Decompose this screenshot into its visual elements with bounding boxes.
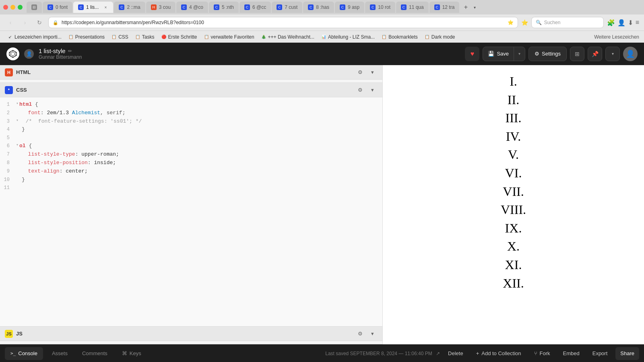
share-button[interactable]: Share xyxy=(615,347,639,360)
tab-4[interactable]: H 3 cou xyxy=(146,2,175,13)
forward-button[interactable]: › xyxy=(19,17,31,28)
keys-tab[interactable]: ⌘ Keys xyxy=(116,347,147,360)
settings-button[interactable]: ⚙ Settings xyxy=(528,47,567,61)
html-settings-button[interactable]: ⚙ xyxy=(355,67,365,78)
extensions-icon[interactable]: 🧩 xyxy=(607,19,615,27)
pen-user-avatar-small: 👤 xyxy=(24,49,34,59)
code-line-1: 1 ▾ html { xyxy=(0,101,382,109)
more-button[interactable]: ▾ xyxy=(605,47,620,61)
bookmark-verwaltete-label: verwaltete Favoriten xyxy=(211,34,254,40)
css-panel-actions: ⚙ ▾ xyxy=(355,85,378,95)
bookmark-christmas-label: +++ Das Weihnacht... xyxy=(268,34,315,40)
heart-button[interactable]: ♥ xyxy=(465,47,479,61)
line-content-7: list-style-type: upper-roman; xyxy=(22,150,382,159)
tab-6[interactable]: C 5 :nth xyxy=(209,2,239,13)
bookmark-bookmarklets[interactable]: 📋 Bookmarklets xyxy=(379,33,420,41)
maximize-button[interactable] xyxy=(18,5,23,10)
css-code-editor[interactable]: 1 ▾ html { 2 font: 2em/1.3 Alchemist, se… xyxy=(0,97,382,326)
tab-13-icon: C xyxy=(434,4,440,10)
menu-icon[interactable]: ≡ xyxy=(636,19,639,27)
tab-12[interactable]: C 11 qua xyxy=(396,2,429,13)
preview-area: I. II. III. IV. V. VI. VII. VIII. IX. X.… xyxy=(382,65,644,344)
numeral-2: II. xyxy=(501,92,526,109)
pin-button[interactable]: 📌 xyxy=(588,47,602,61)
export-button[interactable]: Export xyxy=(588,347,613,360)
bookmark-import-icon: ↙ xyxy=(7,34,13,40)
bookmark-erste[interactable]: 🔴 Erste Schritte xyxy=(159,33,200,41)
add-to-collection-button[interactable]: + Add to Collection xyxy=(471,347,526,360)
numeral-3: III. xyxy=(501,110,526,127)
external-link-icon[interactable]: ↗ xyxy=(436,351,440,356)
bookmark-darkmode[interactable]: 📋 Dark mode xyxy=(422,33,458,41)
js-collapse-button[interactable]: ▾ xyxy=(367,329,378,339)
bookmark-abteilung[interactable]: 📊 Abteilung - LIZ Sma... xyxy=(318,33,377,41)
share-url-icon[interactable]: ⭐ xyxy=(508,20,514,25)
save-main[interactable]: 💾 Save xyxy=(483,47,514,61)
js-settings-button[interactable]: ⚙ xyxy=(355,329,365,339)
tab-9-label: 8 :has xyxy=(316,4,329,10)
css-panel-header: * CSS ⚙ ▾ xyxy=(0,83,382,97)
tab-2-icon: C xyxy=(78,4,84,10)
console-tab[interactable]: >_ Console xyxy=(5,347,43,360)
save-button[interactable]: 💾 Save ▾ xyxy=(483,47,525,61)
tab-overflow-button[interactable]: ▾ xyxy=(474,5,476,10)
save-chevron[interactable]: ▾ xyxy=(514,47,525,61)
css-settings-button[interactable]: ⚙ xyxy=(355,85,365,95)
view-layout-button[interactable]: ⊞ xyxy=(570,47,584,61)
bookmark-tasks[interactable]: 📋 Tasks xyxy=(132,33,157,41)
minimize-button[interactable] xyxy=(10,5,15,10)
codepen-logo[interactable] xyxy=(6,47,19,60)
fold-arrow-1[interactable]: ▾ xyxy=(16,101,19,107)
fork-button[interactable]: ⑂ Fork xyxy=(529,347,555,360)
tab-5-icon: C xyxy=(181,4,187,10)
bookmark-css[interactable]: 📋 CSS xyxy=(109,33,131,41)
tab-11[interactable]: C 10 rot xyxy=(365,2,395,13)
tab-2-label: 1 lis... xyxy=(86,4,99,10)
comments-tab[interactable]: Comments xyxy=(76,347,113,360)
reload-button[interactable]: ↻ xyxy=(34,17,45,28)
bookmark-import[interactable]: ↙ Lesezeichen importi... xyxy=(5,33,64,41)
fold-arrow-3[interactable]: ▾ xyxy=(16,117,19,124)
bookmark-presentations[interactable]: 📋 Presentations xyxy=(66,33,107,41)
tab-3-icon: C xyxy=(119,4,124,10)
back-button[interactable]: ‹ xyxy=(5,17,16,28)
share-label: Share xyxy=(620,350,634,356)
profile-icon[interactable]: 👤 xyxy=(617,19,625,27)
tab-5[interactable]: C 4 @co xyxy=(176,2,208,13)
fold-arrow-6[interactable]: ▾ xyxy=(16,142,19,148)
tab-3[interactable]: C 2 ::ma xyxy=(114,2,145,13)
embed-button[interactable]: Embed xyxy=(558,347,584,360)
pen-edit-icon[interactable]: ✏ xyxy=(68,48,72,54)
bookmark-presentations-icon: 📋 xyxy=(68,34,74,40)
tab-9[interactable]: C 8 :has xyxy=(303,2,334,13)
new-tab-button[interactable]: + xyxy=(460,2,471,13)
tab-13[interactable]: C 12 tra xyxy=(429,2,460,13)
search-bar[interactable]: 🔍 Suchen xyxy=(531,17,604,28)
settings-label: Settings xyxy=(542,51,561,57)
bookmark-button[interactable]: ⭐ xyxy=(521,19,528,26)
close-button[interactable] xyxy=(3,5,8,10)
line-content-10: } xyxy=(22,176,382,184)
tab-10[interactable]: C 9 asp xyxy=(335,2,364,13)
css-collapse-button[interactable]: ▾ xyxy=(367,85,378,95)
downloads-icon[interactable]: ⬇ xyxy=(628,19,633,27)
bookmark-christmas[interactable]: 🎄 +++ Das Weihnacht... xyxy=(258,33,317,41)
console-label: Console xyxy=(18,350,37,356)
url-bar[interactable]: 🔒 https://codepen.io/gunnarbittersmann/p… xyxy=(48,17,518,28)
delete-button[interactable]: Delete xyxy=(443,347,468,360)
assets-tab[interactable]: Assets xyxy=(46,347,73,360)
user-avatar[interactable]: 👤 xyxy=(623,47,638,61)
bookmark-verwaltete[interactable]: 📋 verwaltete Favoriten xyxy=(201,33,257,41)
tab-6-icon: C xyxy=(214,4,219,10)
tab-2[interactable]: C 1 lis... × xyxy=(73,2,113,13)
bookmarks-more[interactable]: Weitere Lesezeichen xyxy=(594,34,639,40)
tab-1[interactable]: C 0 font xyxy=(43,2,72,13)
tab-7[interactable]: C 6 @cc xyxy=(239,2,271,13)
line-num-3: 3 xyxy=(0,117,16,125)
html-collapse-button[interactable]: ▾ xyxy=(367,67,378,78)
tab-9-icon: C xyxy=(308,4,314,10)
tab-sidebar[interactable]: ⊟ xyxy=(27,2,42,13)
tab-8[interactable]: C 7 cust xyxy=(272,2,302,13)
bookmarks-bar: ↙ Lesezeichen importi... 📋 Presentations… xyxy=(0,31,644,43)
tab-2-close[interactable]: × xyxy=(103,4,108,10)
